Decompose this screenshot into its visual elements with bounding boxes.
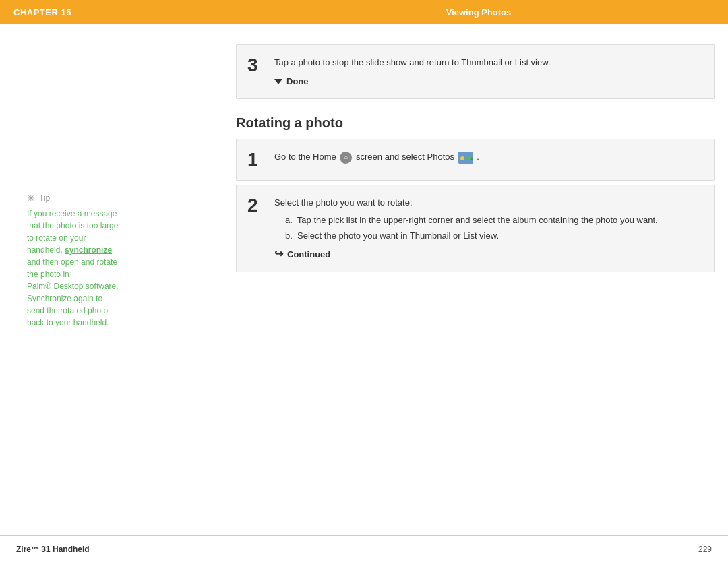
section-text: Viewing Photos (446, 7, 512, 18)
page-footer: Zire™ 31 Handheld 229 (0, 535, 728, 562)
step-2-action: ↪ Continued (274, 248, 700, 261)
step-2-content: Select the photo you want to rotate: a. … (274, 196, 700, 261)
tip-star-icon: ✳ (27, 193, 35, 204)
photos-icon (458, 152, 473, 164)
footer-brand: Zire™ 31 Handheld (16, 544, 90, 554)
step-3-content: Tap a photo to stop the slide show and r… (274, 56, 700, 88)
step-1-box: 1 Go to the Home ⌂ screen and select Pho… (236, 139, 715, 181)
step-3-action: Done (274, 75, 700, 88)
step-1-number: 1 (247, 150, 264, 169)
done-label: Done (286, 75, 309, 88)
chapter-label: CHAPTER 15 (0, 0, 229, 24)
step-2-box: 2 Select the photo you want to rotate: a… (236, 185, 715, 272)
step-1-text-before: Go to the Home (274, 152, 336, 162)
continued-label: Continued (287, 248, 330, 261)
step-2-intro: Select the photo you want to rotate: (274, 196, 700, 210)
continued-arrow-icon: ↪ (274, 249, 283, 259)
tip-sidebar: ✳ Tip If you receive a message that the … (13, 44, 229, 535)
step-2-number: 2 (247, 196, 264, 215)
step-3-number: 3 (247, 56, 264, 75)
step-1-text-after: screen and select Photos (356, 152, 454, 162)
step-1-content: Go to the Home ⌂ screen and select Photo… (274, 150, 700, 168)
step-2-sub-b: b. Select the photo you want in Thumbnai… (285, 229, 700, 243)
step-3-text: Tap a photo to stop the slide show and r… (274, 56, 700, 69)
main-content-area: 3 Tap a photo to stop the slide show and… (229, 44, 715, 535)
tip-body: If you receive a message that the photo … (27, 208, 216, 329)
main-content: ✳ Tip If you receive a message that the … (0, 24, 728, 535)
home-icon: ⌂ (340, 152, 352, 164)
step-3-box: 3 Tap a photo to stop the slide show and… (236, 44, 715, 99)
step-2-sub-a: a. Tap the pick list in the upper-right … (285, 214, 700, 227)
done-arrow-icon (274, 79, 282, 84)
photos-icon-svg (458, 152, 473, 164)
step-1-text: Go to the Home ⌂ screen and select Photo… (274, 150, 700, 164)
rotating-section-heading: Rotating a photo (236, 115, 715, 131)
svg-point-1 (460, 156, 464, 160)
chapter-text: CHAPTER 15 (13, 7, 71, 18)
footer-page-number: 229 (698, 544, 712, 554)
tip-header: ✳ Tip (27, 193, 216, 204)
section-label: Viewing Photos (229, 0, 728, 24)
tip-label: Tip (39, 193, 50, 203)
page-header: CHAPTER 15 Viewing Photos (0, 0, 728, 24)
